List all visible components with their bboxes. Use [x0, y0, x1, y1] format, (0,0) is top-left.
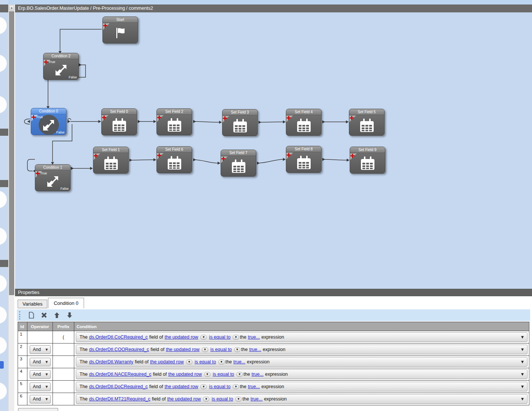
add-connection-icon[interactable]: [36, 171, 40, 176]
value-link[interactable]: true...: [248, 334, 260, 340]
add-connection-icon[interactable]: [350, 154, 355, 158]
scrollbar-thumb[interactable]: [9, 11, 14, 295]
value-link[interactable]: true...: [248, 384, 260, 389]
field-link[interactable]: ds.OrderDtl.COORequired_c: [89, 347, 149, 352]
comparator-dropdown[interactable]: ▼: [235, 397, 242, 402]
operator-dropdown[interactable]: And▼: [30, 370, 51, 379]
comparator-dropdown[interactable]: ▼: [233, 335, 239, 340]
node-set-field-0[interactable]: Set Field 0: [101, 108, 137, 135]
add-connection-icon[interactable]: [157, 116, 161, 120]
add-connection-icon[interactable]: [94, 154, 98, 158]
row-target-link[interactable]: the updated row: [167, 396, 201, 402]
move-down-button[interactable]: [63, 310, 76, 320]
condition-expand-dropdown[interactable]: ▼: [521, 397, 524, 401]
add-connection-icon[interactable]: [287, 116, 291, 120]
condition-sentence-button[interactable]: The ds.OrderDtl.COORequired_c field of t…: [76, 345, 527, 354]
add-connection-icon[interactable]: [221, 157, 225, 161]
node-condition-0[interactable]: Condition 0 True False: [31, 108, 66, 135]
toolbox-item-partial[interactable]: [0, 382, 7, 400]
row-target-dropdown[interactable]: ▼: [203, 397, 209, 402]
add-connection-icon[interactable]: [350, 116, 354, 120]
node-start[interactable]: Start: [102, 16, 138, 44]
operator-dropdown[interactable]: And▼: [30, 395, 51, 404]
comparator-dropdown[interactable]: ▼: [218, 360, 225, 364]
node-set-field-5[interactable]: Set Field 5: [349, 109, 385, 136]
new-row-button[interactable]: [25, 310, 38, 320]
operator-dropdown[interactable]: And▼: [30, 345, 51, 354]
comparator-link[interactable]: is equal to: [213, 372, 234, 377]
workflow-canvas[interactable]: Start Condition 2 True False Condition 0: [15, 12, 532, 289]
node-set-field-8[interactable]: Set Field 8: [286, 146, 322, 173]
false-port-label[interactable]: False: [56, 130, 65, 134]
comparator-dropdown[interactable]: ▼: [234, 347, 240, 352]
comparator-dropdown[interactable]: ▼: [233, 384, 239, 389]
row-target-link[interactable]: the updated row: [165, 334, 198, 340]
field-link[interactable]: ds.OrderDtl.MT21Required_c: [89, 396, 150, 402]
row-target-dropdown[interactable]: ▼: [204, 372, 210, 377]
operator-dropdown[interactable]: And▼: [30, 382, 51, 391]
toolbox-item-partial[interactable]: [0, 191, 7, 208]
condition-sentence-button[interactable]: The ds.OrderDtl.DoCRequired_c field of t…: [76, 382, 527, 392]
value-link[interactable]: true...: [251, 372, 263, 377]
add-connection-icon[interactable]: [32, 115, 36, 119]
value-link[interactable]: true...: [233, 359, 245, 364]
toolbox-item-partial[interactable]: [0, 337, 7, 354]
toolbox-item-partial[interactable]: [0, 361, 4, 369]
toolbox-item-partial[interactable]: [0, 275, 7, 292]
field-link[interactable]: ds.OrderDtl.DoCRequired_c: [89, 384, 148, 389]
field-link[interactable]: ds.OrderDtl.CoCRequired_c: [89, 334, 148, 340]
add-connection-icon[interactable]: [287, 153, 291, 157]
row-target-dropdown[interactable]: ▼: [186, 360, 192, 364]
condition-expand-dropdown[interactable]: ▼: [521, 385, 524, 388]
add-connection-icon[interactable]: [157, 153, 161, 158]
condition-expand-dropdown[interactable]: ▼: [521, 348, 524, 351]
comparator-dropdown[interactable]: ▼: [236, 372, 243, 377]
toolbox-item-partial[interactable]: [0, 96, 7, 113]
true-port-label[interactable]: True: [36, 115, 43, 119]
condition-sentence-button[interactable]: The ds.OrderDtl.NACERequired_c field of …: [76, 369, 527, 379]
node-set-field-2[interactable]: Set Field 2: [156, 108, 192, 135]
comparator-link[interactable]: is equal to: [210, 347, 232, 352]
vertical-scrollbar[interactable]: ▲: [8, 4, 14, 411]
value-link[interactable]: true...: [249, 347, 261, 352]
condition-expand-dropdown[interactable]: ▼: [521, 372, 524, 376]
tab-variables[interactable]: Variables: [18, 300, 47, 308]
add-connection-icon[interactable]: [102, 116, 106, 120]
add-connection-icon[interactable]: [223, 116, 227, 120]
comparator-link[interactable]: is equal to: [209, 384, 230, 389]
add-connection-icon[interactable]: [44, 60, 48, 64]
comparator-link[interactable]: is equal to: [209, 334, 230, 340]
comparator-link[interactable]: is equal to: [195, 359, 216, 364]
row-target-link[interactable]: the updated row: [166, 347, 200, 352]
node-set-field-4[interactable]: Set Field 4: [286, 109, 322, 136]
toolbox-item-partial[interactable]: [0, 228, 7, 245]
add-connection-icon[interactable]: [103, 24, 107, 28]
condition-sentence-button[interactable]: The ds.OrderDtl.Warranty field of the up…: [76, 357, 527, 367]
condition-expand-dropdown[interactable]: ▼: [521, 335, 524, 339]
node-condition-2[interactable]: Condition 2 True False: [43, 53, 79, 80]
field-link[interactable]: ds.OrderDtl.Warranty: [89, 359, 134, 364]
row-target-link[interactable]: the updated row: [165, 384, 198, 389]
value-link[interactable]: true...: [251, 396, 263, 402]
node-condition-1[interactable]: Condition 1 True False: [35, 164, 71, 191]
false-port-label[interactable]: False: [69, 75, 77, 79]
toolbox-item-partial[interactable]: [0, 306, 7, 324]
delete-row-button[interactable]: [38, 310, 50, 320]
row-target-dropdown[interactable]: ▼: [200, 335, 207, 340]
node-set-field-1[interactable]: Set Field 1: [93, 147, 129, 174]
condition-expand-dropdown[interactable]: ▼: [521, 360, 524, 364]
node-set-field-6[interactable]: Set Field 6: [156, 146, 192, 173]
tab-condition-0[interactable]: Condition 0: [48, 298, 84, 308]
scroll-up-button[interactable]: ▲: [9, 5, 14, 10]
row-target-dropdown[interactable]: ▼: [202, 347, 208, 352]
true-port-label[interactable]: True: [40, 171, 47, 175]
comparator-link[interactable]: is equal to: [212, 396, 233, 402]
false-port-label[interactable]: False: [60, 187, 69, 190]
toolbar-grip[interactable]: [19, 311, 20, 320]
operator-dropdown[interactable]: And▼: [30, 358, 51, 366]
toolbox-item-partial[interactable]: [0, 17, 7, 34]
row-target-dropdown[interactable]: ▼: [200, 384, 207, 389]
condition-sentence-button[interactable]: The ds.OrderDtl.CoCRequired_c field of t…: [76, 332, 527, 342]
node-set-field-9[interactable]: Set Field 9: [350, 147, 385, 174]
row-target-link[interactable]: the updated row: [168, 372, 202, 377]
